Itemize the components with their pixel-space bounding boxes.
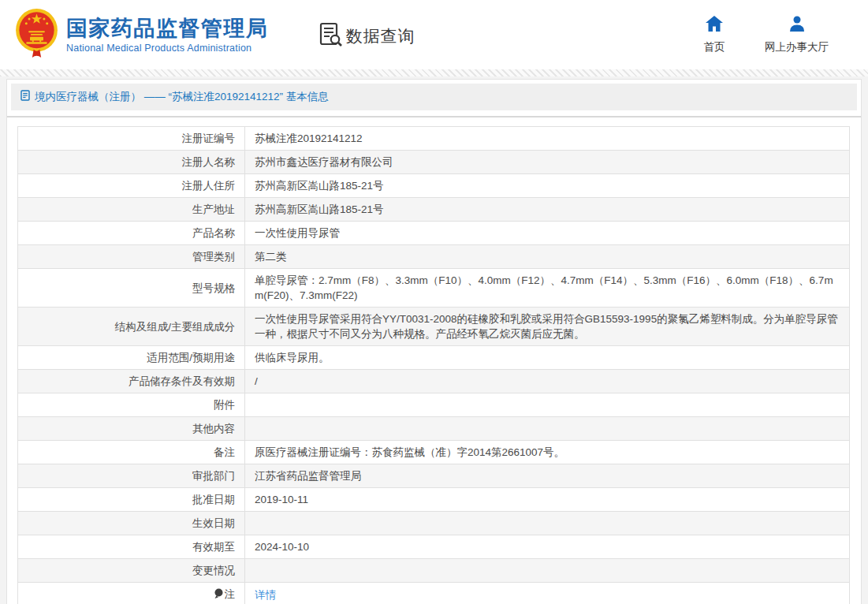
field-label: 审批部门 <box>18 464 245 488</box>
striped-divider <box>0 69 868 76</box>
field-label: 批准日期 <box>18 488 245 512</box>
field-label: 注册人名称 <box>18 151 245 174</box>
field-value: 原医疗器械注册证编号：苏食药监械（准）字2014第2661007号。 <box>245 441 850 464</box>
site-title: 国家药品监督管理局 <box>66 16 269 41</box>
table-row: 注册人住所 苏州高新区嵩山路185-21号 <box>18 174 850 198</box>
china-national-emblem-icon <box>14 7 59 62</box>
table-row: 审批部门 江苏省药品监督管理局 <box>18 464 850 488</box>
field-value <box>245 417 850 441</box>
table-row: 结构及组成/主要组成成分 一次性使用导尿管采用符合YY/T0031-2008的硅… <box>18 308 850 346</box>
field-label: 结构及组成/主要组成成分 <box>18 308 245 346</box>
note-icon <box>214 588 223 603</box>
nav-item-label: 首页 <box>704 40 725 54</box>
document-icon <box>20 90 30 104</box>
field-label: 管理类别 <box>18 245 245 269</box>
field-value: / <box>245 370 850 393</box>
table-row: 产品储存条件及有效期 / <box>18 370 850 393</box>
field-label: 产品名称 <box>18 222 245 245</box>
table-row: 生产地址 苏州高新区嵩山路185-21号 <box>18 198 850 222</box>
field-value: 苏州高新区嵩山路185-21号 <box>245 198 850 222</box>
table-row: 生效日期 <box>18 512 850 535</box>
field-label: 附件 <box>18 393 245 417</box>
field-value: 供临床导尿用。 <box>245 346 850 370</box>
detail-link[interactable]: 详情 <box>255 589 276 601</box>
site-header: 国家药品监督管理局 National Medical Products Admi… <box>0 0 868 69</box>
field-value: 苏州市鑫达医疗器材有限公司 <box>245 151 850 174</box>
site-subtitle: National Medical Products Administration <box>66 43 269 54</box>
table-row: 变更情况 <box>18 559 850 583</box>
field-label: 其他内容 <box>18 417 245 441</box>
field-value <box>245 559 850 583</box>
field-value: 第二类 <box>245 245 850 269</box>
table-row: 适用范围/预期用途 供临床导尿用。 <box>18 346 850 370</box>
field-value: 苏州高新区嵩山路185-21号 <box>245 174 850 198</box>
table-row: 注册人名称 苏州市鑫达医疗器材有限公司 <box>18 151 850 174</box>
field-value <box>245 512 850 535</box>
field-label: 注册证编号 <box>18 127 245 151</box>
field-value: 江苏省药品监督管理局 <box>245 464 850 488</box>
user-icon <box>788 15 807 35</box>
header-nav: 首页 网上办事大厅 <box>695 15 829 54</box>
breadcrumb-divider <box>7 116 861 117</box>
field-value: 一次性使用导尿管采用符合YY/T0031-2008的硅橡胶和乳胶或采用符合GB1… <box>245 308 850 346</box>
field-value: 一次性使用导尿管 <box>245 222 850 245</box>
registration-info-table: 注册证编号 苏械注准20192141212 注册人名称 苏州市鑫达医疗器材有限公… <box>17 126 850 604</box>
page-title: 境内医疗器械（注册） —— “苏械注准20192141212” 基本信息 <box>35 90 329 104</box>
nav-item-service-hall[interactable]: 网上办事大厅 <box>765 15 829 54</box>
table-row: 附件 <box>18 393 850 417</box>
field-label: 生产地址 <box>18 198 245 222</box>
document-search-icon <box>319 21 343 51</box>
field-label: 有效期至 <box>18 535 245 559</box>
table-row: 批准日期 2019-10-11 <box>18 488 850 512</box>
table-row: 型号规格 单腔导尿管：2.7mm（F8）、3.3mm（F10）、4.0mm（F1… <box>18 269 850 308</box>
breadcrumb: 境内医疗器械（注册） —— “苏械注准20192141212” 基本信息 <box>11 84 857 110</box>
table-row: 注册证编号 苏械注准20192141212 <box>18 127 850 151</box>
field-label: 适用范围/预期用途 <box>18 346 245 370</box>
table-row: 其他内容 <box>18 417 850 441</box>
data-query-section[interactable]: 数据查询 <box>319 21 415 51</box>
field-label: 注册人住所 <box>18 174 245 198</box>
field-label: 注 <box>18 583 245 604</box>
nav-item-home[interactable]: 首页 <box>695 15 733 54</box>
nav-item-label: 网上办事大厅 <box>765 40 829 54</box>
note-label: 注 <box>225 588 236 600</box>
field-label: 型号规格 <box>18 269 245 308</box>
field-value: 详情 <box>245 583 850 604</box>
nmpa-logo[interactable]: 国家药品监督管理局 National Medical Products Admi… <box>14 7 269 62</box>
table-row: 有效期至 2024-10-10 <box>18 535 850 559</box>
field-value: 2024-10-10 <box>245 535 850 559</box>
data-query-label: 数据查询 <box>346 25 415 47</box>
table-row: 备注 原医疗器械注册证编号：苏食药监械（准）字2014第2661007号。 <box>18 441 850 464</box>
field-label: 生效日期 <box>18 512 245 535</box>
field-value <box>245 393 850 417</box>
field-value: 苏械注准20192141212 <box>245 127 850 151</box>
field-value: 2019-10-11 <box>245 488 850 512</box>
field-label: 产品储存条件及有效期 <box>18 370 245 393</box>
field-label: 变更情况 <box>18 559 245 583</box>
home-icon <box>705 15 724 35</box>
field-label: 备注 <box>18 441 245 464</box>
table-row: 注 详情 <box>18 583 850 604</box>
field-value: 单腔导尿管：2.7mm（F8）、3.3mm（F10）、4.0mm（F12）、4.… <box>245 269 850 308</box>
content-panel: 境内医疗器械（注册） —— “苏械注准20192141212” 基本信息 注册证… <box>6 79 862 604</box>
table-row: 管理类别 第二类 <box>18 245 850 269</box>
table-row: 产品名称 一次性使用导尿管 <box>18 222 850 245</box>
